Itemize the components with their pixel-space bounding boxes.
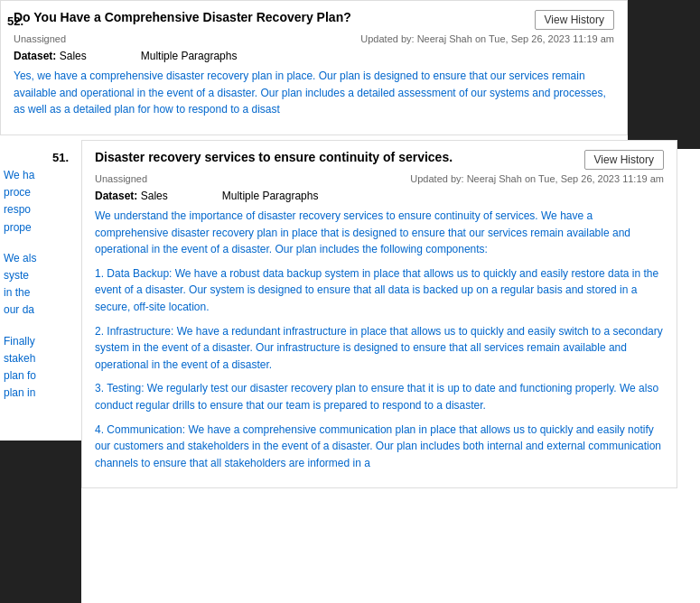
card-52-number: 52.	[7, 14, 23, 28]
card-52-partial-line-5: We als	[4, 250, 78, 267]
card-52-partial-line-8: our da	[4, 302, 78, 319]
card-51-updated: Updated by: Neeraj Shah on Tue, Sep 26, …	[410, 173, 664, 184]
card-52-partial-line-10: stakeh	[4, 350, 78, 367]
card-51: Disaster recovery services to ensure con…	[81, 140, 677, 488]
card-52-assignee: Unassigned	[14, 33, 66, 44]
card-51-point1: 1. Data Backup: We have a robust data ba…	[95, 265, 664, 316]
card-51-view-history-button[interactable]: View History	[584, 150, 664, 170]
card-52-partial-line-12: plan in	[4, 385, 78, 402]
card-52-partial-line-11: plan fo	[4, 367, 78, 385]
card-51-title: Disaster recovery services to ensure con…	[95, 150, 453, 164]
card-52-partial-line-1: We ha	[4, 167, 78, 184]
card-51-meta: Unassigned Updated by: Neeraj Shah on Tu…	[95, 173, 664, 184]
card-52-header: Do You Have a Comprehensive Disaster Rec…	[14, 10, 614, 30]
card-52-format: Multiple Paragraphs	[141, 50, 238, 62]
card-52-body: Yes, we have a comprehensive disaster re…	[14, 68, 614, 118]
dark-overlay-top-right	[628, 0, 700, 149]
card-52-view-history-button[interactable]: View History	[535, 10, 614, 30]
card-52-title: Do You Have a Comprehensive Disaster Rec…	[14, 10, 351, 24]
card-52-partial-left: We ha proce respo prope We als syste in …	[0, 167, 81, 402]
card-52-body-p1: Yes, we have a comprehensive disaster re…	[14, 68, 614, 118]
card-51-format: Multiple Paragraphs	[222, 190, 319, 202]
card-52: Do You Have a Comprehensive Disaster Rec…	[0, 0, 628, 135]
card-51-body-intro: We understand the importance of disaster…	[95, 208, 664, 258]
card-52-partial-line-7: in the	[4, 284, 78, 302]
card-52-partial-line-4: prope	[4, 219, 78, 237]
card-52-partial-line-6: syste	[4, 267, 78, 284]
page-container: 52. Do You Have a Comprehensive Disaster…	[0, 0, 700, 603]
card-51-assignee: Unassigned	[95, 173, 147, 184]
card-51-dataset-label: Dataset: Sales	[95, 190, 168, 202]
card-52-partial-line-9: Finally	[4, 333, 78, 350]
card-52-partial-line-2: proce	[4, 184, 78, 201]
card-52-meta: Unassigned Updated by: Neeraj Shah on Tu…	[14, 33, 614, 44]
card-52-dataset-label: Dataset: Sales	[14, 50, 87, 62]
card-51-number: 51.	[52, 151, 69, 164]
card-52-partial-line-3: respo	[4, 201, 78, 218]
card-51-point4: 4. Communication: We have a comprehensiv…	[95, 422, 664, 472]
card-51-body: We understand the importance of disaster…	[95, 208, 664, 471]
card-52-updated: Updated by: Neeraj Shah on Tue, Sep 26, …	[360, 33, 614, 44]
card-51-header: Disaster recovery services to ensure con…	[95, 150, 664, 170]
card-51-dataset: Dataset: Sales Multiple Paragraphs	[95, 190, 664, 202]
card-52-dataset: Dataset: Sales Multiple Paragraphs	[14, 50, 614, 62]
card-51-point2: 2. Infrastructure: We have a redundant i…	[95, 323, 664, 374]
card-51-point3: 3. Testing: We regularly test our disast…	[95, 380, 664, 413]
dark-overlay-bottom-left	[0, 441, 81, 603]
